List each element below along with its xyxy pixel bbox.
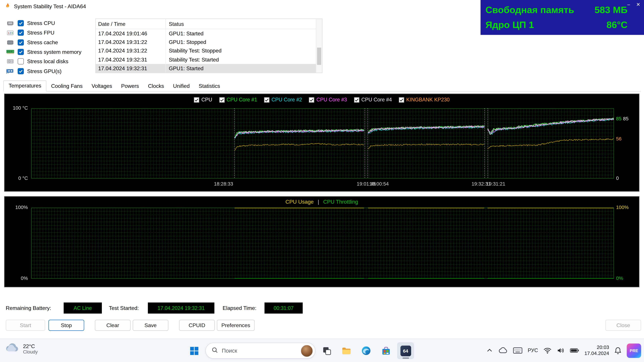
search-daily-image[interactable] bbox=[301, 345, 313, 357]
table-row[interactable]: 17.04.2024 19:31:22Stability Test: Stopp… bbox=[96, 46, 322, 55]
tray-chevron-up-icon[interactable] bbox=[486, 347, 493, 354]
wifi-icon[interactable] bbox=[544, 347, 552, 354]
file-explorer-button[interactable] bbox=[338, 342, 355, 359]
x-tick-label: 19:00:54 bbox=[370, 181, 389, 187]
scrollbar-thumb[interactable] bbox=[317, 48, 321, 65]
tab-cooling-fans[interactable]: Cooling Fans bbox=[46, 82, 87, 91]
touch-keyboard-icon[interactable] bbox=[513, 347, 522, 354]
y-axis-max-label: 100% bbox=[6, 204, 28, 210]
legend-checkbox[interactable] bbox=[399, 97, 404, 102]
usage-chart-title: CPU Usage|CPU Throttling bbox=[4, 199, 639, 205]
search-icon bbox=[212, 347, 218, 355]
search-input[interactable]: Поиск bbox=[205, 343, 315, 359]
clear-button[interactable]: Clear bbox=[95, 320, 131, 331]
stress-option-label: Stress cache bbox=[27, 39, 58, 45]
aida64-taskbar-button[interactable]: 64 bbox=[397, 342, 414, 359]
legend-label: CPU Core #3 bbox=[316, 97, 347, 103]
x-tick-label: 19:31:21 bbox=[486, 181, 505, 187]
clock[interactable]: 20:03 17.04.2024 bbox=[584, 345, 609, 357]
status-row: Remaining Battery: AC Line Test Started:… bbox=[0, 303, 644, 314]
checkbox[interactable] bbox=[18, 30, 24, 36]
tab-clocks[interactable]: Clocks bbox=[144, 82, 168, 91]
column-header-status[interactable]: Status bbox=[166, 21, 322, 27]
temperature-chart-panel: CPUCPU Core #1CPU Core #2CPU Core #3CPU … bbox=[4, 93, 640, 192]
column-header-datetime[interactable]: Date / Time bbox=[96, 19, 166, 29]
language-indicator[interactable]: РУС bbox=[528, 348, 538, 353]
table-row[interactable]: 17.04.2024 19:01:46GPU1: Started bbox=[96, 29, 322, 38]
insider-pre-badge[interactable]: PRE bbox=[627, 344, 641, 358]
onedrive-icon[interactable] bbox=[498, 347, 508, 354]
legend-item-cpu[interactable]: CPU bbox=[194, 97, 212, 103]
weather-temperature: 22°C bbox=[23, 343, 38, 349]
legend-label: CPU Core #2 bbox=[272, 97, 302, 103]
tab-unified[interactable]: Unified bbox=[168, 82, 194, 91]
usage-title-part: | bbox=[318, 199, 319, 205]
current-value-label: 56 bbox=[616, 136, 622, 142]
tab-bar: TemperaturesCooling FansVoltagesPowersCl… bbox=[3, 81, 641, 91]
scrollbar[interactable] bbox=[316, 19, 322, 73]
legend-item-cpu-core-2[interactable]: CPU Core #2 bbox=[264, 97, 302, 103]
tab-statistics[interactable]: Statistics bbox=[194, 82, 224, 91]
table-header: Date / Time Status bbox=[96, 19, 322, 29]
legend-item-kingbank-kp230[interactable]: KINGBANK KP230 bbox=[399, 97, 450, 103]
log-status: Stability Test: Stopped bbox=[166, 48, 222, 54]
cpuid-button[interactable]: CPUID bbox=[179, 320, 215, 331]
checkbox[interactable] bbox=[18, 68, 24, 74]
usage-title-part: CPU Throttling bbox=[323, 199, 358, 205]
table-row[interactable]: 17.04.2024 19:32:31GPU1: Started bbox=[96, 64, 322, 72]
legend-checkbox[interactable] bbox=[194, 97, 200, 102]
volume-icon[interactable] bbox=[557, 347, 564, 354]
cloud-weather-icon bbox=[5, 342, 20, 355]
screen: System Stability Test - AIDA64 Свободная… bbox=[0, 0, 644, 362]
stress-options-panel: Stress CPU123Stress FPUStress cacheStres… bbox=[6, 18, 81, 76]
checkbox[interactable] bbox=[18, 49, 24, 55]
button-row: StartStopClearSaveCPUIDPreferencesClose bbox=[6, 320, 641, 331]
store-button[interactable] bbox=[378, 342, 394, 359]
start-button[interactable] bbox=[186, 342, 202, 359]
osd-value: 86°C bbox=[606, 18, 628, 32]
cache-icon bbox=[6, 39, 14, 45]
remaining-battery-label: Remaining Battery: bbox=[6, 305, 51, 311]
legend-checkbox[interactable] bbox=[309, 97, 314, 102]
legend-checkbox[interactable] bbox=[219, 97, 224, 102]
legend-checkbox[interactable] bbox=[354, 97, 359, 102]
checkbox[interactable] bbox=[18, 58, 24, 65]
weather-widget[interactable]: 22°C Cloudy bbox=[5, 342, 38, 355]
notification-bell-icon[interactable] bbox=[614, 347, 622, 354]
table-row[interactable]: 17.04.2024 19:31:22GPU1: Stopped bbox=[96, 38, 322, 46]
tab-powers[interactable]: Powers bbox=[116, 82, 144, 91]
stress-option-stress-system-memory: Stress system memory bbox=[6, 47, 81, 57]
checkbox[interactable] bbox=[18, 39, 24, 45]
save-button[interactable]: Save bbox=[133, 320, 168, 331]
table-row[interactable]: 17.04.2024 19:32:31Stability Test: Start… bbox=[96, 55, 322, 64]
stop-button[interactable]: Stop bbox=[48, 320, 84, 331]
y-axis-min-label: 0 °C bbox=[6, 175, 28, 181]
log-status: GPU1: Stopped bbox=[166, 39, 206, 45]
test-started-label: Test Started: bbox=[109, 305, 139, 311]
close-button: Close bbox=[606, 320, 641, 331]
elapsed-time-label: Elapsed Time: bbox=[222, 305, 256, 311]
window-title: System Stability Test - AIDA64 bbox=[14, 3, 86, 9]
minimize-icon[interactable]: – bbox=[627, 2, 630, 7]
gpu-icon bbox=[6, 68, 14, 74]
legend-checkbox[interactable] bbox=[264, 97, 270, 102]
checkbox[interactable] bbox=[18, 20, 24, 26]
task-view-button[interactable] bbox=[318, 342, 335, 359]
x-tick-label: 19:01:45 bbox=[357, 181, 376, 187]
osd-value: 583 МБ bbox=[594, 3, 628, 17]
legend-item-cpu-core-3[interactable]: CPU Core #3 bbox=[309, 97, 347, 103]
legend-item-cpu-core-1[interactable]: CPU Core #1 bbox=[219, 97, 257, 103]
usage-title-part: CPU Usage bbox=[286, 199, 314, 205]
legend-item-cpu-core-4[interactable]: CPU Core #4 bbox=[354, 97, 392, 103]
close-icon[interactable]: ✕ bbox=[636, 2, 640, 7]
battery-icon[interactable] bbox=[570, 348, 579, 353]
edge-button[interactable] bbox=[358, 342, 374, 359]
tab-voltages[interactable]: Voltages bbox=[87, 82, 116, 91]
active-app-indicator bbox=[402, 358, 409, 359]
stress-option-label: Stress CPU bbox=[27, 20, 55, 26]
preferences-button[interactable]: Preferences bbox=[217, 320, 255, 331]
start-button: Start bbox=[6, 320, 45, 331]
tab-temperatures[interactable]: Temperatures bbox=[3, 80, 46, 91]
taskbar: 22°C Cloudy Поиск 64 РУС bbox=[0, 339, 644, 362]
log-datetime: 17.04.2024 19:31:22 bbox=[96, 38, 166, 46]
